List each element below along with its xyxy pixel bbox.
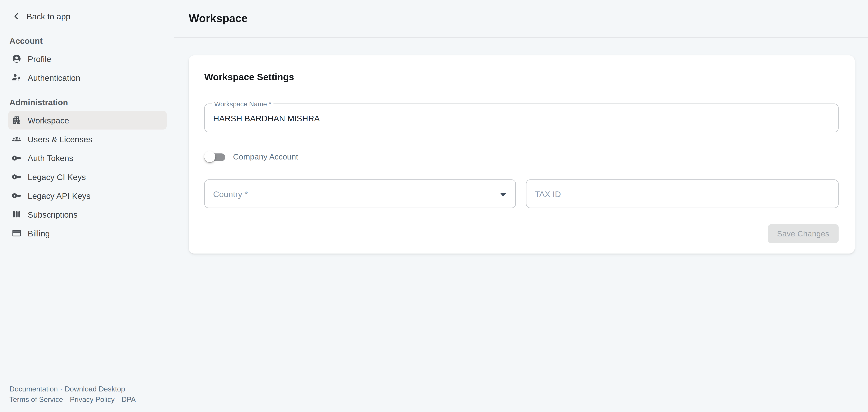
tax-id-field xyxy=(526,179,839,208)
workspace-name-field: Workspace Name * xyxy=(204,104,839,133)
sidebar-item-legacy-ci-keys[interactable]: Legacy CI Keys xyxy=(8,167,166,186)
footer-row-1: Documentation·Download Desktop xyxy=(9,384,165,394)
footer-row-2: Terms of Service·Privacy Policy·DPA xyxy=(9,394,165,405)
building-icon xyxy=(11,115,22,125)
workspace-name-input[interactable] xyxy=(205,113,838,123)
sidebar-footer: Documentation·Download Desktop Terms of … xyxy=(0,384,174,412)
viewport: Back to app Account Profile Aut xyxy=(0,0,868,412)
key-icon xyxy=(11,152,22,163)
dot-separator: · xyxy=(58,385,64,393)
dpa-link[interactable]: DPA xyxy=(122,395,136,404)
button-row: Save Changes xyxy=(204,224,839,243)
key-icon xyxy=(11,171,22,182)
person-key-icon xyxy=(11,72,22,82)
sidebar-item-billing[interactable]: Billing xyxy=(8,224,166,242)
sidebar-item-authentication[interactable]: Authentication xyxy=(8,68,166,87)
sidebar-item-subscriptions[interactable]: Subscriptions xyxy=(8,205,166,224)
main-area: Workspace Workspace Settings Workspace N… xyxy=(175,0,868,412)
sidebar-item-auth-tokens[interactable]: Auth Tokens xyxy=(8,148,166,167)
country-label: Country * xyxy=(205,189,248,199)
content: Workspace Settings Workspace Name * Comp… xyxy=(175,38,868,254)
workspace-settings-card: Workspace Settings Workspace Name * Comp… xyxy=(189,55,855,254)
country-select[interactable]: Country * xyxy=(204,179,516,208)
section-title-account: Account xyxy=(9,36,174,46)
workspace-name-label: Workspace Name * xyxy=(212,100,274,108)
bars-icon xyxy=(11,209,22,219)
app: Back to app Account Profile Aut xyxy=(0,0,868,412)
dropdown-arrow-icon xyxy=(500,193,506,197)
sidebar-item-workspace[interactable]: Workspace xyxy=(8,111,166,129)
section-title-administration: Administration xyxy=(9,97,174,107)
sidebar-item-users-licenses[interactable]: Users & Licenses xyxy=(8,130,166,148)
chevron-left-icon xyxy=(12,12,21,21)
terms-of-service-link[interactable]: Terms of Service xyxy=(9,395,63,404)
card-title: Workspace Settings xyxy=(204,72,839,83)
dot-separator: · xyxy=(63,395,70,404)
sidebar-item-profile[interactable]: Profile xyxy=(8,49,166,68)
account-circle-icon xyxy=(11,54,22,64)
privacy-policy-link[interactable]: Privacy Policy xyxy=(70,395,115,404)
company-account-switch[interactable] xyxy=(204,151,225,163)
sidebar: Back to app Account Profile Aut xyxy=(0,0,175,412)
back-to-app-button[interactable]: Back to app xyxy=(0,0,174,21)
page-title: Workspace xyxy=(189,12,248,25)
download-desktop-link[interactable]: Download Desktop xyxy=(65,385,125,393)
company-account-toggle-row[interactable]: Company Account xyxy=(204,150,839,164)
main-header: Workspace xyxy=(175,0,868,38)
back-to-app-label: Back to app xyxy=(27,11,70,21)
documentation-link[interactable]: Documentation xyxy=(9,385,58,393)
tax-id-input[interactable] xyxy=(526,189,838,199)
dot-separator: · xyxy=(115,395,122,404)
sidebar-item-legacy-api-keys[interactable]: Legacy API Keys xyxy=(8,186,166,205)
people-group-icon xyxy=(11,134,22,144)
switch-thumb xyxy=(204,151,215,162)
key-icon xyxy=(11,190,22,201)
country-tax-row: Country * xyxy=(204,179,839,208)
save-changes-button[interactable]: Save Changes xyxy=(768,224,839,243)
company-account-label: Company Account xyxy=(233,152,298,161)
credit-card-icon xyxy=(11,228,22,238)
